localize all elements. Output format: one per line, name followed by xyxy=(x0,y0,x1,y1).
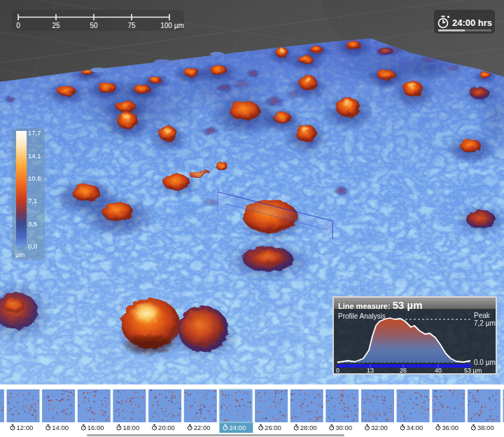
svg-text:Peak: Peak xyxy=(474,312,491,319)
svg-text:µm: µm xyxy=(15,251,24,258)
svg-text:75: 75 xyxy=(127,22,136,29)
svg-text:0: 0 xyxy=(16,22,20,29)
svg-text:14:00: 14:00 xyxy=(52,424,69,431)
svg-text:28:00: 28:00 xyxy=(300,424,317,431)
svg-text:50: 50 xyxy=(90,22,98,29)
svg-text:Profile Analysis: Profile Analysis xyxy=(338,312,386,320)
svg-text:16:00: 16:00 xyxy=(88,424,104,431)
svg-text:0,0: 0,0 xyxy=(28,242,37,250)
svg-text:0: 0 xyxy=(336,367,340,373)
svg-text:7,2 µm: 7,2 µm xyxy=(474,319,496,327)
svg-text:26:00: 26:00 xyxy=(265,424,281,431)
svg-text:100 µm: 100 µm xyxy=(160,22,184,29)
svg-text:14,1: 14,1 xyxy=(28,152,41,160)
svg-text:7,1: 7,1 xyxy=(28,197,37,204)
svg-text:0.0 µm: 0.0 µm xyxy=(474,359,496,366)
svg-text:3,5: 3,5 xyxy=(28,220,37,228)
svg-text:34:00: 34:00 xyxy=(407,424,424,431)
svg-text:22:00: 22:00 xyxy=(194,424,211,431)
svg-text:13: 13 xyxy=(367,367,374,373)
svg-text:24:00: 24:00 xyxy=(229,424,246,431)
svg-text:53 µm: 53 µm xyxy=(464,367,482,373)
svg-text:20:00: 20:00 xyxy=(158,424,175,431)
svg-text:18:00: 18:00 xyxy=(122,424,139,431)
svg-text:38:00: 38:00 xyxy=(477,424,494,431)
svg-text:25: 25 xyxy=(52,22,60,29)
svg-text:12:00: 12:00 xyxy=(17,424,34,431)
svg-text:36:00: 36:00 xyxy=(442,424,458,431)
svg-text:26: 26 xyxy=(400,367,407,373)
svg-text:30:00: 30:00 xyxy=(335,424,352,431)
svg-text:10,6: 10,6 xyxy=(28,174,41,182)
svg-text:40: 40 xyxy=(435,367,442,373)
svg-text:32:00: 32:00 xyxy=(371,424,388,431)
svg-text:24:00 hrs: 24:00 hrs xyxy=(452,18,492,28)
svg-text:17,7: 17,7 xyxy=(28,129,41,137)
